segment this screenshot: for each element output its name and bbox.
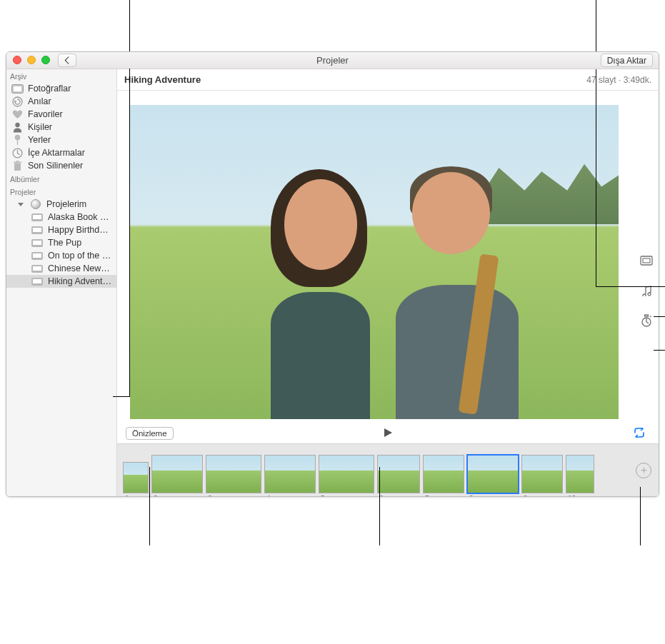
slideshow-icon: [31, 225, 44, 236]
window-title: Projeler: [6, 55, 659, 66]
app-window: Projeler Dışa Aktar Arşiv Fotoğraflar An…: [6, 51, 659, 497]
play-button[interactable]: [382, 427, 394, 441]
viewer: [117, 91, 659, 423]
memories-icon: [11, 96, 24, 107]
thumbnail-number: 9: [524, 495, 528, 496]
sidebar-label: Kişiler: [28, 122, 112, 132]
thumbnail-number: 4: [266, 495, 271, 496]
preview-button[interactable]: Önizleme: [126, 427, 174, 440]
callout-line: [129, 69, 130, 397]
sidebar-section-albums: Albümler: [6, 172, 116, 185]
sidebar-label: Chinese New Year: [48, 263, 112, 273]
loop-button[interactable]: [633, 428, 646, 440]
theme-button[interactable]: [639, 253, 654, 268]
window-controls: [13, 56, 50, 64]
sidebar-project-item[interactable]: On top of the W…: [6, 249, 116, 262]
slideshow-icon: [31, 263, 44, 274]
sidebar-project-item[interactable]: Happy Birthday…: [6, 223, 116, 236]
sidebar-label: Happy Birthday…: [48, 225, 112, 235]
slideshow-icon: [31, 276, 44, 287]
sidebar-item-memories[interactable]: Anılar: [6, 95, 116, 108]
thumbnail[interactable]: 10: [566, 455, 594, 493]
sidebar-label: Alaska Book Proj…: [48, 212, 112, 222]
sidebar-label: The Pup: [48, 238, 112, 248]
thumbnail[interactable]: 4: [264, 455, 316, 493]
sidebar-label: İçe Aktarmalar: [28, 148, 112, 158]
svg-rect-10: [641, 256, 652, 265]
clock-icon: [11, 148, 24, 159]
thumbnail[interactable]: 1: [123, 462, 149, 493]
sidebar-item-photos[interactable]: Fotoğraflar: [6, 82, 116, 95]
sidebar-label: Anılar: [28, 96, 112, 106]
minimize-window-button[interactable]: [27, 56, 36, 64]
thumbnail[interactable]: 9: [521, 455, 563, 493]
thumbnail-number: 1: [125, 495, 129, 496]
callout-line: [113, 396, 129, 397]
callout-line: [596, 0, 596, 51]
thumbnail[interactable]: 6: [377, 455, 420, 493]
sidebar-label: On top of the W…: [48, 251, 112, 261]
sidebar-project-item[interactable]: Alaska Book Proj…: [6, 211, 116, 223]
thumbnail-number: 10: [568, 495, 576, 496]
svg-rect-8: [13, 161, 21, 163]
callout-line: [149, 467, 150, 545]
person-icon: [11, 122, 24, 133]
sidebar-folder-myprojects[interactable]: Projelerim: [6, 198, 116, 211]
thumbnail[interactable]: 8: [467, 455, 519, 493]
sidebar-label: Son Silinenler: [28, 161, 112, 171]
trash-icon: [11, 161, 24, 171]
thumbnail[interactable]: 5: [319, 455, 374, 493]
svg-rect-1: [14, 86, 21, 91]
thumbnail[interactable]: 3: [206, 455, 261, 493]
pin-icon: [11, 135, 24, 146]
sidebar-label: Fotoğraflar: [28, 84, 112, 94]
titlebar: Projeler Dışa Aktar: [6, 52, 659, 69]
close-window-button[interactable]: [13, 56, 21, 64]
svg-rect-7: [14, 163, 21, 171]
zoom-window-button[interactable]: [41, 56, 50, 64]
slideshow-icon: [31, 238, 44, 248]
sidebar-section-library: Arşiv: [6, 69, 116, 82]
sidebar: Arşiv Fotoğraflar Anılar Favoriler Kişil…: [6, 69, 117, 496]
project-title: Hiking Adventure: [124, 74, 201, 85]
music-button[interactable]: [639, 283, 654, 298]
sidebar-project-item[interactable]: Hiking Adventure: [6, 275, 116, 288]
disclosure-triangle-icon[interactable]: [18, 203, 24, 206]
sidebar-item-imports[interactable]: İçe Aktarmalar: [6, 146, 116, 159]
sidebar-label: Yerler: [28, 135, 112, 145]
sidebar-label: Hiking Adventure: [48, 276, 112, 286]
sidebar-project-item[interactable]: The Pup: [6, 236, 116, 249]
callout-line: [129, 0, 130, 51]
thumbnail-number: 7: [425, 495, 429, 496]
callout-line: [379, 467, 380, 545]
sidebar-section-projects: Projeler: [6, 185, 116, 198]
sidebar-item-people[interactable]: Kişiler: [6, 121, 116, 134]
thumbnail-number: 5: [321, 495, 325, 496]
sidebar-project-item[interactable]: Chinese New Year: [6, 262, 116, 275]
thumbnail[interactable]: 7: [423, 455, 464, 493]
callout-line: [654, 316, 665, 317]
callout-line: [596, 69, 596, 287]
sidebar-item-trash[interactable]: Son Silinenler: [6, 159, 116, 172]
thumbnail-number: 8: [469, 495, 474, 496]
sidebar-item-favorites[interactable]: Favoriler: [6, 108, 116, 121]
svg-rect-5: [16, 139, 17, 145]
add-photos-button[interactable]: ＋: [636, 463, 651, 478]
svg-point-2: [13, 97, 22, 106]
callout-line: [654, 350, 665, 351]
slideshow-icon: [31, 251, 44, 261]
thumbnail-number: 2: [154, 495, 158, 496]
svg-point-3: [15, 122, 19, 126]
heart-icon: [11, 109, 24, 120]
photos-icon: [11, 84, 24, 94]
thumbnail[interactable]: 2: [151, 455, 203, 493]
thumbnail-number: 3: [208, 495, 212, 496]
callout-line: [596, 286, 665, 287]
export-button[interactable]: Dışa Aktar: [601, 54, 653, 67]
slide-preview[interactable]: [130, 105, 619, 419]
back-button[interactable]: [58, 54, 76, 67]
sidebar-label: Projelerim: [46, 199, 112, 209]
sidebar-item-places[interactable]: Yerler: [6, 134, 116, 146]
callout-line: [640, 487, 641, 545]
duration-button[interactable]: [639, 313, 654, 328]
